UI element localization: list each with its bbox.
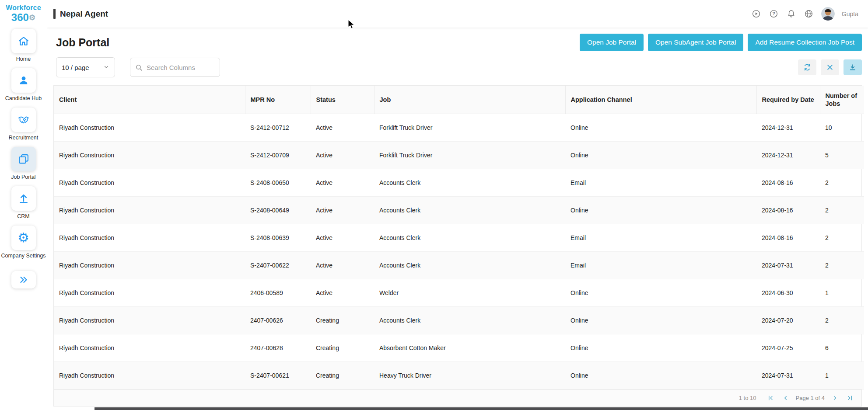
cell-number-of-jobs: 2 [820,251,864,279]
search-icon [135,64,143,71]
table-row[interactable]: Riyadh ConstructionS-2407-00622ActiveAcc… [54,251,864,279]
page-size-select[interactable]: 10 / page [56,57,115,77]
refresh-icon [803,63,811,71]
table-row[interactable]: Riyadh Construction2407-00628CreatingAbs… [54,334,864,361]
cell-client: Riyadh Construction [54,196,245,224]
cell-mpr-no: S-2408-00650 [245,169,311,196]
last-page-button[interactable] [845,393,854,403]
cell-number-of-jobs: 2 [820,306,864,334]
column-header-status: Status [311,86,374,114]
cell-status: Active [311,224,374,251]
cell-required-by-date: 2024-12-31 [756,114,820,141]
page-title: Job Portal [56,36,109,49]
cell-client: Riyadh Construction [54,306,245,334]
cell-client: Riyadh Construction [54,141,245,169]
cell-number-of-jobs: 2 [820,169,864,196]
sidebar-item-recruitment[interactable]: Recruitment [0,108,47,141]
add-resume-collection-job-post-button[interactable]: Add Resume Collection Job Post [748,34,862,51]
svg-text:?: ? [773,11,775,16]
cell-status: Active [311,196,374,224]
page-content: Job Portal Open Job Portal Open SubAgent… [47,28,868,410]
column-header-application-channel: Application Channel [565,86,756,114]
column-header-client: Client [54,86,245,114]
page-size-value: 10 / page [62,64,89,71]
play-icon[interactable] [751,9,762,19]
next-page-button[interactable] [830,393,840,403]
clear-button[interactable] [821,59,839,75]
sidebar-item-home[interactable]: Home [0,29,47,62]
cell-number-of-jobs: 10 [820,114,864,141]
cell-application-channel: Email [565,251,756,279]
cell-mpr-no: S-2412-00709 [245,141,311,169]
column-header-mpr-no: MPR No [245,86,311,114]
job-table-body: Riyadh ConstructionS-2412-00712ActiveFor… [54,114,864,389]
app-window: Workforce 360⚙ Home Candidate Hub Recrui… [0,0,868,410]
cell-job: Accounts Clerk [374,251,565,279]
table-header-row: Client MPR No Status Job Application Cha… [54,86,864,114]
table-row[interactable]: Riyadh ConstructionS-2408-00639ActiveAcc… [54,224,864,251]
open-subagent-job-portal-button[interactable]: Open SubAgent Job Portal [648,34,743,51]
chevron-right-icon [832,395,838,401]
title-marker [53,9,56,19]
sidebar-item-crm[interactable]: CRM [0,186,47,219]
page-title-row: Job Portal Open Job Portal Open SubAgent… [53,32,862,53]
workforce-logo: Workforce 360⚙ [6,4,41,23]
handshake-icon [11,108,36,132]
cell-application-channel: Online [565,196,756,224]
help-icon[interactable]: ? [769,9,779,19]
cell-number-of-jobs: 6 [820,334,864,361]
search-input[interactable] [147,64,215,71]
cell-application-channel: Online [565,114,756,141]
sidebar: Workforce 360⚙ Home Candidate Hub Recrui… [0,0,47,410]
chevron-down-icon [103,64,109,71]
cell-mpr-no: S-2407-00621 [245,361,311,389]
cell-mpr-no: S-2407-00622 [245,251,311,279]
sidebar-item-job-portal[interactable]: Job Portal [0,147,47,180]
sidebar-expand-button[interactable] [11,271,36,288]
table-toolbar: 10 / page [53,57,862,77]
cell-status: Creating [311,306,374,334]
bell-icon[interactable] [786,9,797,19]
cell-job: Welder [374,279,565,306]
chevron-left-icon [782,395,789,401]
pagination-bar: 1 to 10 Page 1 of 4 [54,389,861,406]
refresh-button[interactable] [798,59,816,75]
user-name: Gupta [842,10,858,17]
cell-job: Accounts Clerk [374,169,565,196]
cell-required-by-date: 2024-07-20 [756,306,820,334]
table-row[interactable]: Riyadh ConstructionS-2408-00650ActiveAcc… [54,169,864,196]
sidebar-item-company-settings[interactable]: ⚙ Company Settings [0,226,47,259]
first-page-icon [767,395,774,401]
cell-application-channel: Email [565,169,756,196]
download-button[interactable] [844,59,862,75]
table-row[interactable]: Riyadh ConstructionS-2412-00712ActiveFor… [54,114,864,141]
first-page-button[interactable] [766,393,776,403]
job-table: Client MPR No Status Job Application Cha… [53,85,862,407]
table-row[interactable]: Riyadh ConstructionS-2412-00709ActiveFor… [54,141,864,169]
cell-client: Riyadh Construction [54,279,245,306]
cell-client: Riyadh Construction [54,361,245,389]
table-row[interactable]: Riyadh Construction2406-00589ActiveWelde… [54,279,864,306]
column-header-job: Job [374,86,565,114]
cell-client: Riyadh Construction [54,169,245,196]
sidebar-item-candidate-hub[interactable]: Candidate Hub [0,68,47,101]
double-chevron-right-icon [18,274,29,285]
table-row[interactable]: Riyadh ConstructionS-2407-00621CreatingH… [54,361,864,389]
logo-text-line1: Workforce [6,4,41,12]
cell-status: Active [311,251,374,279]
table-row[interactable]: Riyadh ConstructionS-2408-00649ActiveAcc… [54,196,864,224]
cell-number-of-jobs: 2 [820,224,864,251]
sidebar-item-label: Candidate Hub [5,95,42,101]
open-job-portal-button[interactable]: Open Job Portal [580,34,644,51]
cell-job: Absorbent Cotton Maker [374,334,565,361]
table-row[interactable]: Riyadh Construction2407-00626CreatingAcc… [54,306,864,334]
previous-page-button[interactable] [781,393,791,403]
globe-icon[interactable] [804,9,814,19]
cell-mpr-no: 2406-00589 [245,279,311,306]
sidebar-item-label: CRM [17,213,29,219]
avatar[interactable] [821,7,835,21]
cell-status: Creating [311,361,374,389]
close-icon [826,63,834,71]
gear-icon: ⚙ [11,226,36,250]
horizontal-scrollbar[interactable] [94,407,868,410]
